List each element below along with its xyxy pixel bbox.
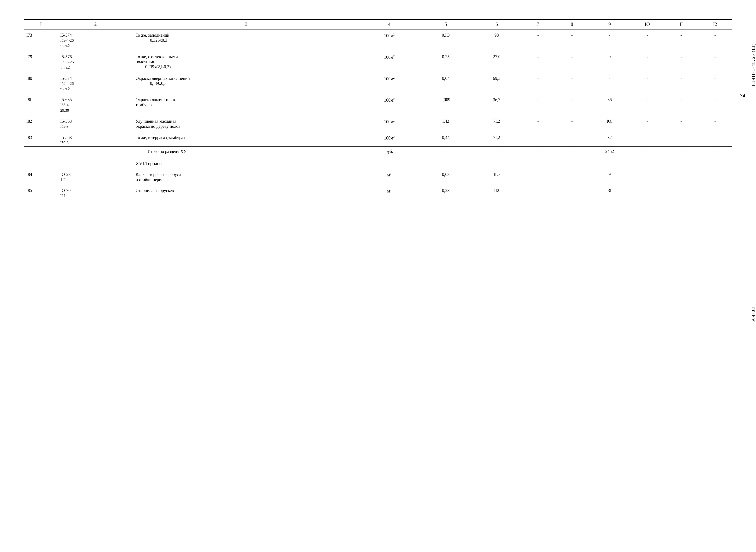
row-col6: II2 xyxy=(472,183,521,199)
row-unit: 100м2 xyxy=(359,114,419,130)
row-col8: - xyxy=(555,29,589,49)
row-col9: 9 xyxy=(589,169,630,183)
row-col6: 3е,7 xyxy=(472,93,521,114)
row-unit: 100м2 xyxy=(359,71,419,93)
row-col11: - xyxy=(664,71,698,93)
section-codes xyxy=(58,156,133,169)
row-col7: - xyxy=(521,49,555,71)
row-col7: - xyxy=(521,183,555,199)
table-row: I79 I5-576 I59-6-26т.ч.т.2 То же, с осте… xyxy=(24,49,732,71)
row-unit: 100м2 xyxy=(359,93,419,114)
table-row: I83 I5-563 I59-3 То же, в террасах,тамбу… xyxy=(24,130,732,147)
row-col8: - xyxy=(555,130,589,147)
row-col6: 27,0 xyxy=(472,49,521,71)
row-id: I85 xyxy=(24,183,58,199)
col-header-2: 2 xyxy=(58,19,133,29)
row-col6: 7I,2 xyxy=(472,114,521,130)
row-col10: - xyxy=(630,71,664,93)
col-header-8: 8 xyxy=(555,19,589,29)
row-unit: м3 xyxy=(359,183,419,199)
row-col5: 0,08 xyxy=(420,169,472,183)
itogo-col10: - xyxy=(630,146,664,156)
row-col12: - xyxy=(698,29,732,49)
row-col5: 0,25 xyxy=(420,49,472,71)
row-col10: - xyxy=(630,49,664,71)
row-col8: - xyxy=(555,114,589,130)
row-col5: 0,04 xyxy=(420,71,472,93)
row-col11: - xyxy=(664,29,698,49)
section-title-row: ХVI.Террасы xyxy=(24,156,732,169)
row-codes: IO-70 II-I xyxy=(58,183,133,199)
row-col11: - xyxy=(664,49,698,71)
row-col9: 3I xyxy=(589,183,630,199)
row-id: I84 xyxy=(24,169,58,183)
itogo-col8: - xyxy=(555,146,589,156)
itogo-description: Итого по разделу ХУ xyxy=(133,146,359,156)
row-description: Каркас террасы из брусаи стойки перил xyxy=(133,169,359,183)
row-codes: I5-574 I59-4-26т.ч.т.2 xyxy=(58,29,133,49)
itogo-col12: - xyxy=(698,146,732,156)
col-header-3: 3 xyxy=(133,19,359,29)
table-header: I 2 3 4 5 6 7 8 9 IO II I2 xyxy=(24,19,732,29)
col-header-6: 6 xyxy=(472,19,521,29)
page-container: ТП4ΙΙ-1-48.65 (Ш) 664-03 I 2 3 4 5 xyxy=(24,19,732,200)
row-description: То же, заполнений 0,326x0,3 xyxy=(133,29,359,49)
row-col5: 0,44 xyxy=(420,130,472,147)
col-header-7: 7 xyxy=(521,19,555,29)
row-unit: 100м2 xyxy=(359,49,419,71)
col-header-10: IO xyxy=(630,19,664,29)
row-codes: I5-574 I59-4-26т.ч.т.2 xyxy=(58,71,133,93)
itogo-col6: - xyxy=(472,146,521,156)
main-table: I 2 3 4 5 6 7 8 9 IO II I2 I73 I5-574 I5… xyxy=(24,19,732,200)
row-col7: - xyxy=(521,71,555,93)
table-row: I73 I5-574 I59-4-26т.ч.т.2 То же, заполн… xyxy=(24,29,732,49)
row-unit: 100м2 xyxy=(359,130,419,147)
margin-label-2: 664-03 xyxy=(751,307,756,323)
row-col11: - xyxy=(664,114,698,130)
row-col5: I,009 xyxy=(420,93,472,114)
itogo-unit: руб. xyxy=(359,146,419,156)
row-col6: 69,3 xyxy=(472,71,521,93)
row-col5: 0,IO xyxy=(420,29,472,49)
row-description: Окраска лаком стен втамбурах xyxy=(133,93,359,114)
margin-label-1: ТП4ΙΙ-1-48.65 (Ш) xyxy=(751,43,756,87)
col-header-9: 9 xyxy=(589,19,630,29)
row-col11: - xyxy=(664,183,698,199)
table-row: I8I I5-635 I65-4-29.30 Окраска лаком сте… xyxy=(24,93,732,114)
section-id xyxy=(24,156,58,169)
table-row: I80 I5-574 I59-4-26т.ч.т.2 Окраска дверн… xyxy=(24,71,732,93)
row-col11: - xyxy=(664,169,698,183)
itogo-col9: 2452 xyxy=(589,146,630,156)
row-col7: - xyxy=(521,130,555,147)
row-col12: - xyxy=(698,71,732,93)
row-id: I79 xyxy=(24,49,58,71)
row-col8: - xyxy=(555,93,589,114)
row-col6: 93 xyxy=(472,29,521,49)
row-col7: - xyxy=(521,169,555,183)
row-col11: - xyxy=(664,93,698,114)
row-col10: - xyxy=(630,29,664,49)
row-id: I73 xyxy=(24,29,58,49)
row-col10: - xyxy=(630,130,664,147)
row-codes: I5-635 I65-4-29.30 xyxy=(58,93,133,114)
itogo-id xyxy=(24,146,58,156)
row-col10: - xyxy=(630,183,664,199)
row-col12: - xyxy=(698,183,732,199)
margin-number-34: 34 xyxy=(740,93,745,99)
table-row: I82 I5-563 I59-3 Улучшенная маслянаяокра… xyxy=(24,114,732,130)
itogo-col11: - xyxy=(664,146,698,156)
row-col9: 32 xyxy=(589,130,630,147)
row-codes: IO-28 4-I xyxy=(58,169,133,183)
row-id: I8I xyxy=(24,93,58,114)
row-col9: 36 xyxy=(589,93,630,114)
row-col7: - xyxy=(521,93,555,114)
row-col9: 9 xyxy=(589,49,630,71)
right-margin: ТП4ΙΙ-1-48.65 (Ш) 664-03 xyxy=(737,19,756,200)
row-id: I80 xyxy=(24,71,58,93)
row-description: Улучшенная маслянаяокраска по дереву пол… xyxy=(133,114,359,130)
row-col8: - xyxy=(555,49,589,71)
row-col10: - xyxy=(630,169,664,183)
itogo-codes xyxy=(58,146,133,156)
col-header-4: 4 xyxy=(359,19,419,29)
row-col10: - xyxy=(630,93,664,114)
